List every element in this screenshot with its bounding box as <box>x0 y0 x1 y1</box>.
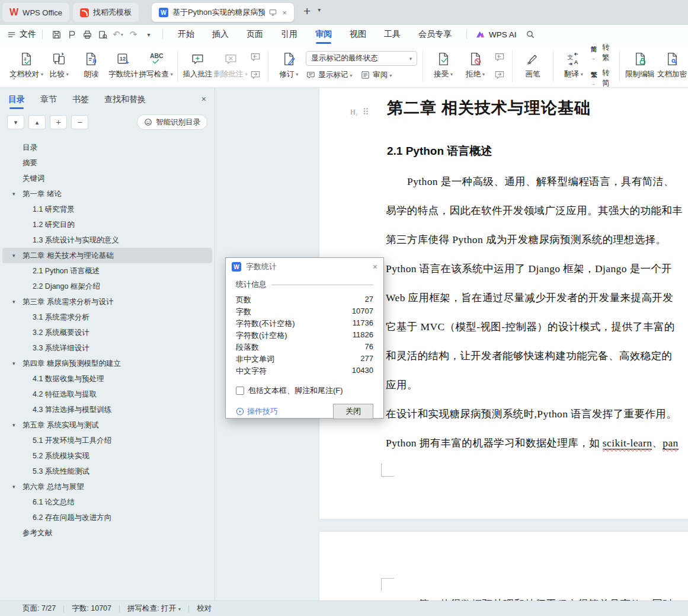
traditional-to-simplified-button[interactable]: 繁 转简 <box>591 68 614 88</box>
toc-item[interactable]: ▾ 5.2 系统模块实现 <box>2 448 212 464</box>
toc-item[interactable]: ▾ 第四章 糖尿病预测模型的建立 <box>2 356 212 371</box>
menu-item-tools[interactable]: 工具 <box>375 25 409 44</box>
toc-item[interactable]: ▾ 4.3 算法选择与模型训练 <box>2 402 212 417</box>
toc-item[interactable]: ▾ 6.1 论文总结 <box>2 494 212 510</box>
close-dialog-button[interactable]: 关闭 <box>333 404 373 419</box>
toc-item[interactable]: ▾ 第一章 绪论 <box>2 186 212 202</box>
tab-toc[interactable]: 目录 <box>8 88 25 110</box>
toc-collapse-icon[interactable]: ▾ <box>12 186 15 202</box>
toc-item[interactable]: ▾ 5.3 系统性能测试 <box>2 464 212 479</box>
include-footnotes-option[interactable]: 包括文本框、脚注和尾注(F) <box>236 385 373 396</box>
reject-revision-button[interactable]: 拒绝 <box>459 47 491 85</box>
tab-list-caret-icon[interactable]: ▾ <box>318 7 321 13</box>
expand-all-button[interactable]: + <box>50 115 67 129</box>
new-tab-button[interactable]: + <box>303 4 311 18</box>
menu-item-view[interactable]: 视图 <box>341 25 375 44</box>
ink-brush-button[interactable]: 画笔 <box>517 47 549 85</box>
translate-button[interactable]: 文A 翻译 <box>558 47 590 85</box>
dialog-close-icon[interactable]: × <box>373 262 377 272</box>
menu-item-review[interactable]: 审阅 <box>306 25 341 44</box>
toc-collapse-icon[interactable]: ▾ <box>12 356 15 371</box>
expand-down-button[interactable]: ▾ <box>7 115 24 129</box>
export-pdf-button[interactable] <box>64 27 79 42</box>
tab-wps-office[interactable]: W WPS Office <box>2 3 69 22</box>
toc-item[interactable]: ▾ 1.1 研究背景 <box>2 202 212 217</box>
previous-comment-icon[interactable] <box>248 50 263 63</box>
close-tab-icon[interactable]: × <box>282 8 287 17</box>
document-page-2[interactable]: numpy 等，使得数据预处理和特征工程变得简单且高效，同时 <box>319 532 688 601</box>
show-markup-button[interactable]: 显示标记 <box>306 70 352 80</box>
wps-ai-button[interactable]: WPS AI <box>475 30 517 39</box>
restrict-editing-button[interactable]: 限制编辑 <box>624 47 656 85</box>
proofing-button[interactable]: 校对 <box>197 604 212 614</box>
undo-button[interactable]: ↶▾ <box>110 27 126 42</box>
menu-item-page[interactable]: 页面 <box>238 25 272 44</box>
toc-item[interactable]: ▾ 参考文献 <box>2 525 212 541</box>
toc-item[interactable]: ▾ 6.2 存在问题与改进方向 <box>2 510 212 525</box>
toc-item[interactable]: ▾ 摘要 <box>2 155 212 171</box>
encrypt-document-button[interactable]: 文档加密 <box>656 47 688 85</box>
smart-toc-button[interactable]: 智能识别目录 <box>137 114 207 130</box>
toc-item[interactable]: ▾ 3.3 系统详细设计 <box>2 340 212 356</box>
review-pane-button[interactable]: 审阅 <box>360 70 392 80</box>
drag-handle-icon[interactable] <box>363 107 370 117</box>
toc-item[interactable]: ▾ 2.1 Python 语言概述 <box>2 263 212 279</box>
print-preview-button[interactable] <box>95 27 110 42</box>
collapse-up-button[interactable]: ▴ <box>28 115 46 129</box>
toc-item[interactable]: ▾ 目录 <box>2 140 212 155</box>
group-expand-icon[interactable]: ↘ <box>11 74 15 81</box>
toc-item[interactable]: ▾ 2.2 Django 框架介绍 <box>2 279 212 294</box>
word-count-indicator[interactable]: 字数: 10707 <box>72 604 111 614</box>
toc-item[interactable]: ▾ 第五章 系统实现与测试 <box>2 417 212 433</box>
tab-docer-templates[interactable]: 找稻壳模板 <box>73 3 139 22</box>
compare-button[interactable]: 比较 <box>43 47 75 85</box>
accept-revision-button[interactable]: 接受 <box>427 47 459 85</box>
redo-button[interactable]: ↷ <box>126 27 141 42</box>
next-comment-icon[interactable] <box>248 68 263 81</box>
previous-change-icon[interactable] <box>492 50 507 63</box>
menu-item-home[interactable]: 开始 <box>169 25 203 44</box>
quickbar-caret-icon[interactable]: ▾ <box>141 27 156 42</box>
save-button[interactable] <box>49 27 64 42</box>
spellcheck-status[interactable]: 拼写检查: 打开▾ <box>127 604 181 614</box>
simplified-to-traditional-button[interactable]: 简 转繁 <box>591 43 614 63</box>
markup-state-select[interactable]: 显示标记的最终状态 <box>306 51 417 66</box>
menu-item-insert[interactable]: 插入 <box>203 25 238 44</box>
word-count-button[interactable]: 12+ 字数统计 <box>107 47 139 85</box>
tips-link[interactable]: 操作技巧 <box>236 406 278 417</box>
search-icon[interactable] <box>523 27 538 42</box>
toc-item[interactable]: ▾ 5.1 开发环境与工具介绍 <box>2 433 212 448</box>
collapse-all-button[interactable]: − <box>71 115 88 129</box>
toc-item[interactable]: ▾ 关键词 <box>2 171 212 186</box>
delete-comment-button[interactable]: 删除批注 <box>214 47 248 85</box>
toc-item[interactable]: ▾ 第三章 系统需求分析与设计 <box>2 294 212 309</box>
toc-collapse-icon[interactable]: ▾ <box>12 417 15 433</box>
checkbox-unchecked[interactable] <box>236 387 244 395</box>
sidebar-close-icon[interactable]: × <box>201 94 206 104</box>
track-changes-button[interactable]: 修订 <box>273 47 305 85</box>
dialog-titlebar[interactable]: W 字数统计 × <box>226 258 383 276</box>
toc-item[interactable]: ▾ 1.3 系统设计与实现的意义 <box>2 232 212 248</box>
page-indicator[interactable]: 页面: 7/27 <box>23 604 56 614</box>
toc-item[interactable]: ▾ 3.2 系统概要设计 <box>2 325 212 340</box>
toc-item[interactable]: ▾ 4.2 特征选取与提取 <box>2 387 212 402</box>
toc-collapse-icon[interactable]: ▾ <box>12 294 15 309</box>
read-aloud-button[interactable]: 朗读 <box>75 47 107 85</box>
toc-item[interactable]: ▾ 1.2 研究目的 <box>2 217 212 232</box>
toc-collapse-icon[interactable]: ▾ <box>12 248 15 263</box>
toc-collapse-icon[interactable]: ▾ <box>12 479 15 494</box>
toc-item[interactable]: ▾ 第六章 总结与展望 <box>2 479 212 494</box>
spell-check-button[interactable]: ABC 拼写检查 <box>139 47 173 85</box>
tab-chapters[interactable]: 章节 <box>40 88 57 110</box>
file-menu[interactable]: 文件 <box>7 29 36 40</box>
tab-document-active[interactable]: W 基于Python实现的糖尿病预测 × <box>152 3 294 22</box>
tab-bookmarks[interactable]: 书签 <box>72 88 89 110</box>
menu-item-membership[interactable]: 会员专享 <box>409 25 460 44</box>
toc-item[interactable]: ▾ 第二章 相关技术与理论基础 <box>2 248 212 263</box>
toc-item[interactable]: ▾ 3.1 系统需求分析 <box>2 309 212 325</box>
tab-find-replace[interactable]: 查找和替换 <box>104 88 146 110</box>
insert-comment-button[interactable]: 插入批注 <box>182 47 214 85</box>
menu-item-reference[interactable]: 引用 <box>272 25 306 44</box>
print-button[interactable] <box>79 27 95 42</box>
next-change-icon[interactable] <box>492 68 507 81</box>
